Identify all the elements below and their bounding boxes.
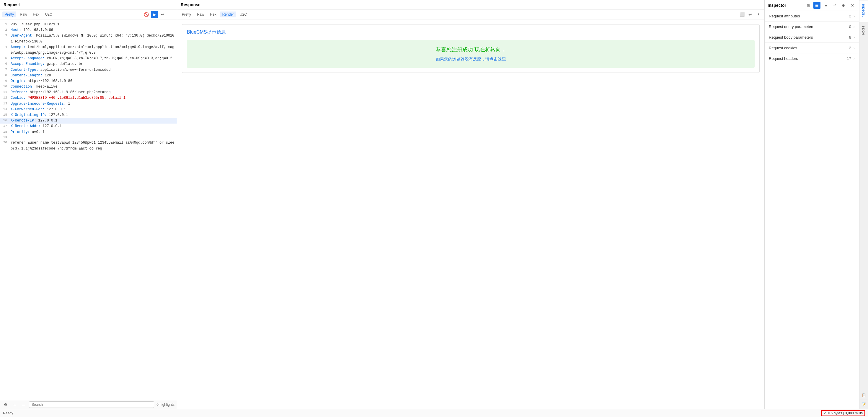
line-content: X-Forwarded-For: 127.0.0.1 [11,107,175,112]
response-redirect-hint[interactable]: 如果您的浏览器没有反应，请点击这里 [193,57,749,62]
side-tab-icon1[interactable]: 📋 [860,391,868,400]
prev-btn[interactable]: ← [11,402,18,408]
line-number: 12 [2,95,11,101]
code-line-13: 13Upgrade-Insecure-Requests: 1 [0,101,177,107]
tab-u2c[interactable]: U2C [43,11,55,18]
next-btn[interactable]: → [20,402,27,408]
line-content: Accept-Encoding: gzip, deflate, br [11,61,175,67]
code-line-12: 12Cookie: PHPSESSID=v46rvle861a1vd1ub3ad… [0,95,177,101]
line-content: Referer: http://192.168.1.9:86/user.php?… [11,90,175,95]
line-number: 15 [2,112,11,118]
inspector-row-arrow-icon: › [854,14,855,18]
status-bar: Ready 2,015 bytes | 3,088 millis [0,409,868,417]
resp-tab-render[interactable]: Render [220,11,236,18]
resp-tab-u2c[interactable]: U2C [237,11,249,18]
code-line-11: 11Referer: http://192.168.1.9:86/user.ph… [0,90,177,95]
search-input[interactable] [29,402,154,408]
line-number: 19 [2,135,11,140]
code-line-17: 17X-Remote-Addr: 127.0.0.1 [0,124,177,129]
response-toolbar: Pretty Raw Hex Render U2C ⬜ ↩ ⋮ [177,10,764,20]
line-number: 8 [2,73,11,78]
line-number: 14 [2,107,11,112]
highlights-badge: 0 highlights [156,403,175,407]
line-content: Connection: keep-alive [11,84,175,90]
code-line-18: 18Priority: u=0, i [0,130,177,135]
inspector-list-btn[interactable]: ☰ [813,2,820,9]
code-line-14: 14X-Forwarded-For: 127.0.0.1 [0,107,177,112]
response-title: Response [177,0,764,10]
line-content: referer=&user_name=test3&pwd=123456&pwd1… [11,140,175,151]
inspector-row-count: 17 [847,56,851,61]
line-content: POST /user.php HTTP/1.1 [11,22,175,27]
send-icon[interactable]: ▶ [151,11,158,18]
inspector-row-arrow-icon: › [854,57,855,61]
inspector-body: Request attributes2›Request query parame… [765,11,859,409]
resp-icon-1[interactable]: ⬜ [738,11,745,18]
more-icon[interactable]: ⋮ [167,11,175,18]
no-intercept-icon[interactable]: 🚫 [143,11,150,18]
line-content: Cookie: PHPSESSID=v46rvle861a1vd1ub3ad79… [11,95,175,101]
inspector-row-0[interactable]: Request attributes2› [765,11,859,22]
resp-tab-pretty[interactable]: Pretty [180,11,193,18]
inspector-row-arrow-icon: › [854,25,855,29]
request-bottom-bar: ⚙ ← → 0 highlights [0,400,177,409]
inspector-close-btn[interactable]: ✕ [849,2,856,9]
line-content: Accept-Language: zh-CN,zh;q=0.8,zh-TW;q=… [11,56,175,61]
wrap-icon[interactable]: ↩ [159,11,166,18]
settings-btn[interactable]: ⚙ [2,402,9,408]
inspector-row-1[interactable]: Request query parameters0› [765,22,859,32]
code-line-19: 19 [0,135,177,140]
side-tabs: Inspector Notes 📋 📝 [859,0,868,409]
resp-tab-hex[interactable]: Hex [208,11,218,18]
line-number: 16 [2,118,11,124]
line-content: Content-Type: application/x-www-form-url… [11,67,175,73]
line-number: 2 [2,27,11,33]
line-content [11,135,175,140]
inspector-settings-btn[interactable]: ⚙ [840,2,847,9]
response-success-msg: 恭喜您注册成功,现在将转向... [193,46,749,53]
inspector-row-count: 8 [849,35,851,39]
inspector-align2-btn[interactable]: ⇌ [831,2,838,9]
inspector-grid-btn[interactable]: ⊞ [805,2,812,9]
inspector-row-label: Request attributes [769,14,849,18]
side-tab-icon2[interactable]: 📝 [860,400,868,409]
line-number: 5 [2,56,11,61]
line-number: 1 [2,22,11,27]
inspector-align-btn[interactable]: ≡ [822,2,829,9]
code-line-1: 1POST /user.php HTTP/1.1 [0,22,177,27]
resp-icon-2[interactable]: ↩ [747,11,754,18]
code-line-7: 7Content-Type: application/x-www-form-ur… [0,67,177,73]
side-tab-notes[interactable]: Notes [860,22,868,38]
request-code-area: 1POST /user.php HTTP/1.12Host: 192.168.1… [0,20,177,400]
inspector-row-4[interactable]: Request headers17› [765,54,859,64]
code-line-5: 5Accept-Language: zh-CN,zh;q=0.8,zh-TW;q… [0,56,177,61]
inspector-row-2[interactable]: Request body parameters8› [765,32,859,43]
inspector-row-arrow-icon: › [854,35,855,39]
inspector-panel: Inspector ⊞ ☰ ≡ ⇌ ⚙ ✕ Request attributes… [765,0,859,409]
tab-raw[interactable]: Raw [18,11,29,18]
request-toolbar: Pretty Raw Hex U2C 🚫 ▶ ↩ ⋮ [0,10,177,20]
line-number: 10 [2,84,11,90]
line-number: 13 [2,101,11,107]
resp-icon-3[interactable]: ⋮ [755,11,762,18]
response-box: BlueCMS提示信息 恭喜您注册成功,现在将转向... 如果您的浏览器没有反应… [182,24,760,73]
line-content: Priority: u=0, i [11,130,175,135]
line-number: 4 [2,44,11,56]
tab-pretty[interactable]: Pretty [2,11,16,18]
code-line-16: 16X-Remote-IP: 127.0.0.1 [0,118,177,124]
code-line-9: 9Origin: http://192.168.1.9:86 [0,78,177,84]
code-line-10: 10Connection: keep-alive [0,84,177,90]
side-tab-inspector[interactable]: Inspector [860,0,868,22]
line-number: 6 [2,61,11,67]
response-content: BlueCMS提示信息 恭喜您注册成功,现在将转向... 如果您的浏览器没有反应… [177,20,764,409]
response-panel: Response Pretty Raw Hex Render U2C ⬜ ↩ ⋮… [177,0,765,409]
response-cms-title: BlueCMS提示信息 [187,29,755,35]
code-line-3: 3User-Agent: Mozilla/5.0 (Windows NT 10.… [0,33,177,44]
code-line-15: 15X-Originating-IP: 127.0.0.1 [0,112,177,118]
inspector-row-label: Request headers [769,56,847,61]
tab-hex[interactable]: Hex [30,11,41,18]
request-title: Request [0,0,177,10]
inspector-row-3[interactable]: Request cookies2› [765,43,859,54]
line-content: X-Originating-IP: 127.0.0.1 [11,112,175,118]
resp-tab-raw[interactable]: Raw [194,11,206,18]
